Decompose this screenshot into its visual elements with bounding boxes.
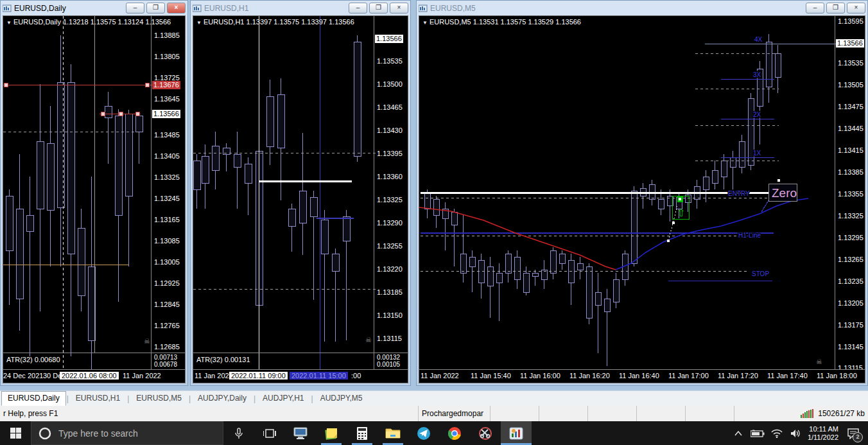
taskbar-app-file-explorer[interactable] xyxy=(378,421,408,445)
candle-body xyxy=(6,196,13,250)
axis-tick: 1.13325 xyxy=(838,212,864,220)
time-tick: 11 Jan 2022 xyxy=(123,372,161,380)
chart-area-h1[interactable]: ☠ ▼EURUSD,H1 1.13397 1.13575 1.13397 1.1… xyxy=(193,15,408,383)
candle-body xyxy=(487,266,493,286)
candle-body xyxy=(505,254,511,273)
candle-body xyxy=(277,94,284,148)
account-name: Prochargedmopar xyxy=(419,406,490,421)
titlebar[interactable]: EURUSD,Daily – ❐ × xyxy=(1,1,187,15)
axis-tick: 1.13805 xyxy=(154,53,180,61)
taskbar-app-chrome[interactable] xyxy=(439,421,470,445)
task-view-button[interactable] xyxy=(254,421,285,445)
axis-tick: 1.13145 xyxy=(838,343,864,351)
taskbar-app-telegram[interactable] xyxy=(408,421,439,445)
axis-tick: 1.13185 xyxy=(377,288,403,297)
axis-tick: 1.13085 xyxy=(154,237,180,245)
close-button[interactable]: × xyxy=(390,3,408,13)
chart-tab-eurusd-daily[interactable]: EURUSD,Daily xyxy=(1,391,66,406)
symbol-dropdown-icon[interactable]: ▼ xyxy=(422,20,428,26)
chart-tab-eurusd-m5[interactable]: EURUSD,M5 xyxy=(130,391,188,406)
candle-body xyxy=(26,215,33,231)
candle-body xyxy=(559,254,565,263)
chart-window-icon xyxy=(3,4,12,12)
candle-body xyxy=(586,266,592,318)
chart-area-m5[interactable]: ⇧ENTRYH1-LineSTOP4X3X2X1XZero☠ ▼EURUSD,M… xyxy=(419,15,865,383)
chart-area-daily[interactable]: ☠ ▼EURUSD,Daily 1.13218 1.13575 1.13124 … xyxy=(3,15,186,383)
taskbar-app-computer[interactable] xyxy=(285,421,316,445)
axis-tick: 1.12845 xyxy=(154,301,180,309)
tray-chevron-icon[interactable] xyxy=(731,421,746,445)
candle-body xyxy=(115,116,122,215)
taskbar-clock[interactable]: 10:11 AM 1/11/2022 xyxy=(808,425,838,442)
symbol-dropdown-icon[interactable]: ▼ xyxy=(6,20,12,26)
candle-body xyxy=(433,199,439,215)
axis-tick: 1.12685 xyxy=(154,343,180,351)
candle-body xyxy=(310,197,317,216)
restore-button[interactable]: ❐ xyxy=(826,3,845,13)
axis-tick: 1.13505 xyxy=(838,81,864,89)
clock-date: 1/11/2022 xyxy=(808,433,838,442)
window-title: EURUSD,H1 xyxy=(204,4,248,13)
candle-body xyxy=(343,216,350,241)
titlebar[interactable]: EURUSD,M5 – ❐ × xyxy=(417,1,867,15)
axis-tick: 0.00678 xyxy=(154,360,177,369)
candle-body xyxy=(288,209,295,226)
axis-tick: 1.13255 xyxy=(377,242,403,250)
blue-ma xyxy=(616,198,808,270)
restore-button[interactable]: ❐ xyxy=(146,3,165,13)
axis-tick: 1.12765 xyxy=(154,322,180,330)
time-badge: 2022.01.06 08:00 xyxy=(60,372,119,380)
axis-tick: 1.13595 xyxy=(838,17,864,26)
candle-body xyxy=(721,161,727,177)
restore-button[interactable]: ❐ xyxy=(369,3,388,13)
volume-icon[interactable] xyxy=(788,421,804,445)
candle-body xyxy=(125,114,132,196)
taskbar-app-sticky-notes[interactable] xyxy=(316,421,347,445)
candle-body xyxy=(496,273,502,283)
window-title: EURUSD,Daily xyxy=(14,4,66,13)
marker xyxy=(119,112,123,116)
marker xyxy=(101,112,105,116)
close-button[interactable]: × xyxy=(167,3,186,13)
battery-icon[interactable] xyxy=(750,421,765,445)
axis-tick: 1.13245 xyxy=(154,195,180,203)
taskbar-app-metatrader[interactable] xyxy=(501,421,532,445)
wifi-icon[interactable] xyxy=(769,421,785,445)
minimize-button[interactable]: – xyxy=(349,3,367,13)
action-center-button[interactable]: 2 xyxy=(842,421,864,445)
price-badge: 1.13566 xyxy=(375,35,403,43)
cortana-icon xyxy=(38,426,52,441)
chart-tab-eurusd-h1[interactable]: EURUSD,H1 xyxy=(69,391,126,406)
search-input[interactable]: Type here to search xyxy=(31,421,223,445)
status-bar: r Help, press F1 Prochargedmopar 150261/… xyxy=(0,406,868,421)
time-tick: 11 Jan 15:40 xyxy=(471,372,511,380)
marker xyxy=(4,83,8,87)
titlebar[interactable]: EURUSD,H1 – ❐ × xyxy=(191,1,410,15)
symbol-dropdown-icon[interactable]: ▼ xyxy=(196,20,202,26)
chart-tab-audjpy-m5[interactable]: AUDJPY,M5 xyxy=(314,391,369,406)
candle-body xyxy=(460,254,466,273)
h1-line-label: H1-Line xyxy=(738,232,761,239)
taskbar-app-snipping-tool[interactable] xyxy=(470,421,501,445)
candle-body xyxy=(730,157,736,167)
candle-body xyxy=(78,228,85,295)
candle-body xyxy=(775,53,781,77)
axis-tick: 0.00105 xyxy=(377,360,400,369)
candle-body xyxy=(47,143,54,210)
axis-tick: 1.13465 xyxy=(377,103,403,112)
system-tray: 10:11 AM 1/11/2022 2 xyxy=(731,421,868,445)
status-segment xyxy=(637,406,686,421)
minimize-button[interactable]: – xyxy=(126,3,144,13)
minimize-button[interactable]: – xyxy=(806,3,824,13)
chart-tab-audjpy-h1[interactable]: AUDJPY,H1 xyxy=(256,391,310,406)
microphone-icon[interactable] xyxy=(223,421,254,445)
candle-body xyxy=(245,164,252,183)
axis-tick: 1.13535 xyxy=(838,59,864,67)
start-button[interactable] xyxy=(0,421,31,445)
taskbar-app-calculator[interactable] xyxy=(347,421,378,445)
chart-tab-audjpy-daily[interactable]: AUDJPY,Daily xyxy=(191,391,253,406)
close-button[interactable]: × xyxy=(847,3,865,13)
price-axis: 1.135661.135351.135001.134651.134301.133… xyxy=(374,16,408,370)
candle-body xyxy=(67,82,74,254)
candle-body xyxy=(321,220,328,254)
